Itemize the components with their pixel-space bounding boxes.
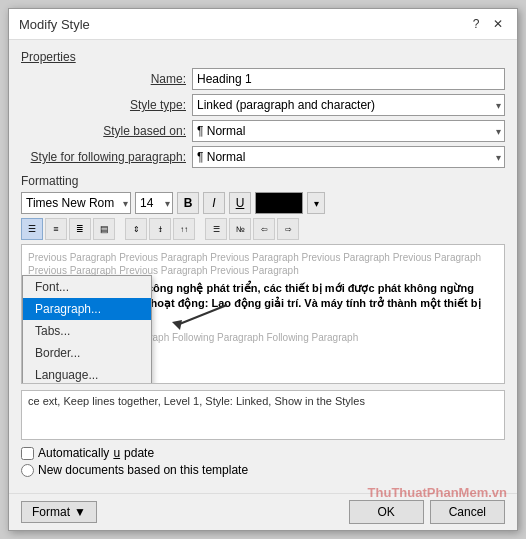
size-select[interactable]: 14 (135, 192, 173, 214)
new-docs-row: New documents based on this template (21, 463, 505, 477)
style-type-row: Style type: Linked (paragraph and charac… (21, 94, 505, 116)
list-bullet-button[interactable]: ☰ (205, 218, 227, 240)
name-input[interactable] (192, 68, 505, 90)
auto-update-label-extra: u (113, 446, 120, 460)
align-center-button[interactable]: ≡ (45, 218, 67, 240)
style-type-label: Style type: (21, 98, 186, 112)
name-label: Name: (21, 72, 186, 86)
menu-item-font[interactable]: Font... (23, 276, 151, 298)
style-based-label: Style based on: (21, 124, 186, 138)
new-docs-label: New documents based on this template (38, 463, 248, 477)
format-controls: Times New Roman 14 B I U ▾ (21, 192, 505, 214)
modify-style-dialog: Modify Style ? ✕ Properties Name: Style … (8, 8, 518, 531)
style-following-select[interactable]: ¶ Normal (192, 146, 505, 168)
style-following-label: Style for following paragraph: (21, 150, 186, 164)
style-based-select[interactable]: ¶ Normal (192, 120, 505, 142)
style-following-select-wrap: ¶ Normal (192, 146, 505, 168)
indent-decrease-button[interactable]: ⇦ (253, 218, 275, 240)
auto-update-checkbox[interactable] (21, 447, 34, 460)
style-type-select-wrap: Linked (paragraph and character) (192, 94, 505, 116)
align-left-button[interactable]: ☰ (21, 218, 43, 240)
menu-item-tabs[interactable]: Tabs... (23, 320, 151, 342)
new-docs-radio[interactable] (21, 464, 34, 477)
underline-button[interactable]: U (229, 192, 251, 214)
formatting-label: Formatting (21, 174, 505, 188)
menu-item-border[interactable]: Border... (23, 342, 151, 364)
spacing-1-button[interactable]: ⤈ (149, 218, 171, 240)
style-type-select[interactable]: Linked (paragraph and character) (192, 94, 505, 116)
format-button-arrow: ▼ (74, 505, 86, 519)
align-right-button[interactable]: ≣ (69, 218, 91, 240)
menu-item-language[interactable]: Language... (23, 364, 151, 384)
dialog-title: Modify Style (19, 17, 90, 32)
title-bar: Modify Style ? ✕ (9, 9, 517, 40)
line-spacing-button[interactable]: ⇕ (125, 218, 147, 240)
style-based-select-wrap: ¶ Normal (192, 120, 505, 142)
ok-cancel-group: OK Cancel (349, 500, 505, 524)
font-color-dropdown[interactable]: ▾ (307, 192, 325, 214)
style-following-row: Style for following paragraph: ¶ Normal (21, 146, 505, 168)
format-button[interactable]: Format ▼ (21, 501, 97, 523)
align-justify-button[interactable]: ▤ (93, 218, 115, 240)
indent-increase-button[interactable]: ⇨ (277, 218, 299, 240)
dropdown-menu: Font... Paragraph... Tabs... Border... L… (22, 275, 152, 384)
description-area: ce ext, Keep lines together, Level 1, St… (21, 390, 505, 440)
font-select[interactable]: Times New Roman (21, 192, 131, 214)
title-bar-icons: ? ✕ (467, 15, 507, 33)
preview-previous-text: Previous Paragraph Previous Paragraph Pr… (28, 251, 498, 277)
dialog-body: Properties Name: Style type: Linked (par… (9, 40, 517, 493)
list-number-button[interactable]: № (229, 218, 251, 240)
close-button[interactable]: ✕ (489, 15, 507, 33)
spacing-2-button[interactable]: ↑↑ (173, 218, 195, 240)
style-based-row: Style based on: ¶ Normal (21, 120, 505, 142)
auto-update-label: Automatically (38, 446, 109, 460)
cancel-button[interactable]: Cancel (430, 500, 505, 524)
properties-section-label: Properties (21, 50, 505, 64)
bottom-bar: Format ▼ OK Cancel (9, 493, 517, 530)
name-row: Name: (21, 68, 505, 90)
auto-update-rest: pdate (124, 446, 154, 460)
align-controls: ☰ ≡ ≣ ▤ ⇕ ⤈ ↑↑ ☰ № ⇦ ⇨ (21, 218, 505, 240)
menu-item-paragraph[interactable]: Paragraph... (23, 298, 151, 320)
ok-button[interactable]: OK (349, 500, 424, 524)
description-text: ce ext, Keep lines together, Level 1, St… (28, 395, 365, 407)
preview-area: Previous Paragraph Previous Paragraph Pr… (21, 244, 505, 384)
help-button[interactable]: ? (467, 15, 485, 33)
size-select-wrap: 14 (135, 192, 173, 214)
italic-button[interactable]: I (203, 192, 225, 214)
format-button-label: Format (32, 505, 70, 519)
bold-button[interactable]: B (177, 192, 199, 214)
font-select-wrap: Times New Roman (21, 192, 131, 214)
auto-update-row: Automatically update (21, 446, 505, 460)
font-color-box (255, 192, 303, 214)
